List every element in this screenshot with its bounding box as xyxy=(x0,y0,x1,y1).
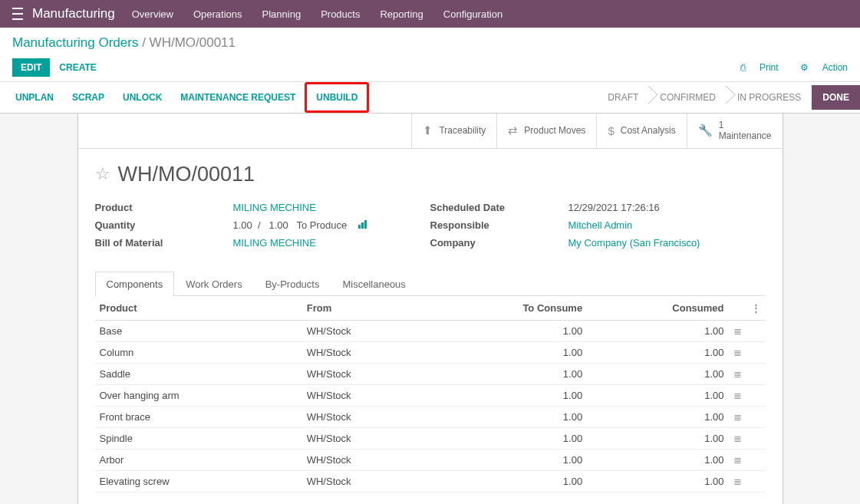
status-confirmed[interactable]: CONFIRMED xyxy=(649,85,727,110)
row-detail-icon[interactable]: ≣ xyxy=(729,341,746,363)
scheduled-date-label: Scheduled Date xyxy=(430,202,568,213)
row-detail-icon[interactable]: ≣ xyxy=(729,470,746,492)
company-value[interactable]: My Company (San Francisco) xyxy=(568,237,700,249)
maintenance-request-button[interactable]: MAINTENANCE REQUEST xyxy=(171,84,305,110)
cell-product: Base xyxy=(95,320,302,341)
row-detail-icon[interactable]: ≣ xyxy=(729,320,746,341)
col-options-icon[interactable]: ⋮ xyxy=(746,296,766,321)
svg-rect-0 xyxy=(358,225,361,229)
stat-traceability[interactable]: ⬆Traceability xyxy=(411,114,496,148)
stat-cost-analysis[interactable]: $Cost Analysis xyxy=(596,114,686,148)
row-detail-icon[interactable]: ≣ xyxy=(729,384,746,406)
company-label: Company xyxy=(430,237,568,249)
product-value[interactable]: MILING MECHINE xyxy=(233,202,316,213)
breadcrumb: Manufacturing Orders / WH/MO/00011 xyxy=(12,35,848,51)
print-button[interactable]: Print xyxy=(730,62,779,73)
tab-work-orders[interactable]: Work Orders xyxy=(174,272,253,296)
table-row[interactable]: Over hanging armWH/Stock1.001.00≣ xyxy=(95,384,766,406)
swap-icon: ⇄ xyxy=(508,124,518,137)
col-to-consume[interactable]: To Consume xyxy=(427,296,587,321)
cell-to_consume: 1.00 xyxy=(427,427,587,449)
mo-title: WH/MO/00011 xyxy=(118,163,255,186)
cell-to_consume: 1.00 xyxy=(427,449,587,470)
col-consumed[interactable]: Consumed xyxy=(587,296,728,321)
control-bar: Manufacturing Orders / WH/MO/00011 EDIT … xyxy=(0,28,860,82)
highlight-box: UNBUILD xyxy=(305,82,369,113)
create-button[interactable]: CREATE xyxy=(59,62,96,73)
cell-consumed: 1.00 xyxy=(587,449,728,470)
nav-overview[interactable]: Overview xyxy=(132,8,173,20)
tab-components[interactable]: Components xyxy=(95,272,175,296)
cell-product: Elevating screw xyxy=(95,470,302,492)
col-product[interactable]: Product xyxy=(95,296,302,321)
row-detail-icon[interactable]: ≣ xyxy=(729,449,746,470)
quantity-value: 1.00 / 1.00 To Produce xyxy=(233,219,368,231)
nav-operations[interactable]: Operations xyxy=(193,8,242,20)
table-row[interactable]: SaddleWH/Stock1.001.00≣ xyxy=(95,363,766,384)
cell-consumed: 1.00 xyxy=(587,406,728,427)
nav-reporting[interactable]: Reporting xyxy=(380,8,423,20)
breadcrumb-current: WH/MO/00011 xyxy=(150,35,236,50)
forecast-chart-icon[interactable] xyxy=(358,219,368,231)
apps-icon[interactable] xyxy=(12,8,25,20)
col-detail xyxy=(729,296,746,321)
cell-from: WH/Stock xyxy=(302,449,427,470)
cell-product: Saddle xyxy=(95,363,302,384)
table-row[interactable]: Front braceWH/Stock1.001.00≣ xyxy=(95,406,766,427)
svg-rect-1 xyxy=(361,222,364,229)
quantity-label: Quantity xyxy=(95,219,233,231)
status-in-progress[interactable]: IN PROGRESS xyxy=(727,85,812,110)
cell-consumed: 1.00 xyxy=(587,363,728,384)
breadcrumb-sep: / xyxy=(142,35,149,50)
nav-configuration[interactable]: Configuration xyxy=(443,8,502,20)
cell-consumed: 1.00 xyxy=(587,384,728,406)
row-detail-icon[interactable]: ≣ xyxy=(729,363,746,384)
table-row[interactable]: ColumnWH/Stock1.001.00≣ xyxy=(95,341,766,363)
form-sheet: ⬆Traceability⇄Product Moves$Cost Analysi… xyxy=(77,114,783,504)
tab-miscellaneous[interactable]: Miscellaneous xyxy=(331,272,417,296)
cell-product: Spindle xyxy=(95,427,302,449)
cell-to_consume: 1.00 xyxy=(427,320,587,341)
table-row[interactable]: Elevating screwWH/Stock1.001.00≣ xyxy=(95,470,766,492)
cell-product: Arbor xyxy=(95,449,302,470)
unplan-button[interactable]: UNPLAN xyxy=(6,84,63,110)
unbuild-button[interactable]: UNBUILD xyxy=(307,84,367,110)
edit-button[interactable]: EDIT xyxy=(12,58,50,77)
unlock-button[interactable]: UNLOCK xyxy=(114,84,171,110)
cell-to_consume: 1.00 xyxy=(427,363,587,384)
app-name: Manufacturing xyxy=(32,6,115,21)
breadcrumb-root[interactable]: Manufacturing Orders xyxy=(12,35,138,50)
main-nav: Manufacturing OverviewOperationsPlanning… xyxy=(0,0,860,28)
scrap-button[interactable]: SCRAP xyxy=(63,84,114,110)
bom-value[interactable]: MILING MECHINE xyxy=(233,237,316,249)
responsible-value[interactable]: Mitchell Admin xyxy=(568,219,633,231)
table-row[interactable]: BaseWH/Stock1.001.00≣ xyxy=(95,320,766,341)
table-row[interactable]: ArborWH/Stock1.001.00≣ xyxy=(95,449,766,470)
tab-by-products[interactable]: By-Products xyxy=(254,272,331,296)
stat-label: Traceability xyxy=(439,125,486,136)
cell-to_consume: 1.00 xyxy=(427,384,587,406)
print-icon xyxy=(740,62,746,73)
row-detail-icon[interactable]: ≣ xyxy=(729,406,746,427)
nav-products[interactable]: Products xyxy=(321,8,360,20)
gear-icon xyxy=(800,62,809,73)
action-button[interactable]: Action xyxy=(789,62,848,73)
col-from[interactable]: From xyxy=(302,296,427,321)
stat-count: 1 xyxy=(719,120,772,130)
status-draft[interactable]: DRAFT xyxy=(597,85,649,110)
cell-from: WH/Stock xyxy=(302,427,427,449)
product-label: Product xyxy=(95,202,233,213)
nav-planning[interactable]: Planning xyxy=(262,8,301,20)
favorite-star-icon[interactable]: ☆ xyxy=(95,164,110,184)
wrench-icon: 🔧 xyxy=(698,124,713,137)
stat-maintenance[interactable]: 🔧1Maintenance xyxy=(687,114,783,148)
table-row[interactable]: SpindleWH/Stock1.001.00≣ xyxy=(95,427,766,449)
cell-to_consume: 1.00 xyxy=(427,470,587,492)
cell-to_consume: 1.00 xyxy=(427,406,587,427)
cell-product: Column xyxy=(95,341,302,363)
stat-product-moves[interactable]: ⇄Product Moves xyxy=(496,114,596,148)
status-bar: UNPLANSCRAPUNLOCKMAINTENANCE REQUESTUNBU… xyxy=(0,82,860,114)
row-detail-icon[interactable]: ≣ xyxy=(729,427,746,449)
cell-from: WH/Stock xyxy=(302,470,427,492)
status-done[interactable]: DONE xyxy=(812,85,860,110)
